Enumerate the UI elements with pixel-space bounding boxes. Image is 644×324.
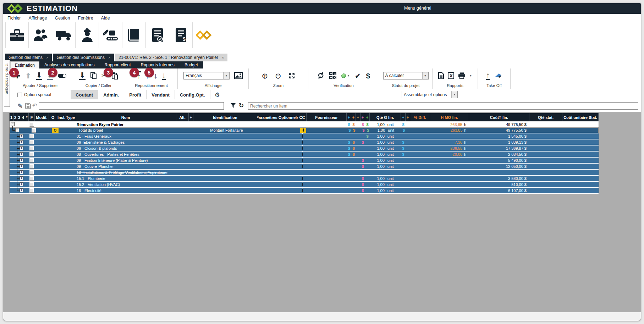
column-header-type[interactable]: Type	[66, 113, 75, 121]
row-checkbox[interactable]	[29, 158, 34, 163]
zoom-in-icon[interactable]: ⊕	[262, 72, 268, 79]
dollar-verify-icon[interactable]: $	[366, 72, 370, 79]
tab-analyses-des-compilations[interactable]: Analyses des compilations	[39, 62, 99, 67]
column-header--diff-[interactable]: % Diff.	[410, 113, 430, 121]
report-document-icon[interactable]	[438, 72, 444, 79]
column-header--[interactable]: +	[189, 113, 193, 121]
column-header-fournisseur[interactable]: Fournisseur	[307, 113, 347, 121]
tab-project-renovation[interactable]: 21-001V1: Rév. 2 - Scé. 1 : Rénovation B…	[115, 54, 227, 61]
grid-row-1[interactable]: OTotal du projetMontant Forfaitaire⬇+$$$…	[10, 127, 599, 133]
column-header--[interactable]: +	[351, 113, 356, 121]
undo-icon[interactable]: ↶	[32, 102, 37, 109]
tab-estimation[interactable]: Estimation	[10, 61, 39, 68]
toggle-switch-icon[interactable]	[58, 74, 66, 78]
takeoff-app-icon[interactable]	[494, 73, 502, 78]
cc-arrow-icon[interactable]: ⬇+	[299, 145, 306, 151]
document-dollar-icon[interactable]: $	[169, 22, 193, 48]
collapse-expander[interactable]: −	[11, 122, 15, 126]
tab-rapports-internes[interactable]: Rapports Internes	[136, 62, 179, 67]
calculator-grid-icon[interactable]	[329, 72, 336, 79]
grid-row-5[interactable]: 08 - Ouvertures - Portes et Fenêtres⬇+$$…	[10, 152, 599, 158]
tab-coutant[interactable]: Coutant	[71, 90, 98, 99]
column-header-2[interactable]: 2	[13, 113, 17, 121]
column-header-co-tt-fin-[interactable]: CoûtT fin.	[469, 113, 529, 121]
expand-expander[interactable]: +	[20, 152, 23, 156]
grid-row-7[interactable]: 09 - Couvre-Plancher⬇+$1,00unit12 050,00…	[10, 164, 599, 170]
expand-expander[interactable]: +	[20, 170, 23, 174]
column-header-1[interactable]: 1	[10, 113, 13, 121]
gold-logo-icon[interactable]	[193, 22, 216, 48]
gear-icon[interactable]: ⚙	[210, 90, 224, 99]
cc-arrow-icon[interactable]: ⬇+	[299, 158, 306, 163]
column-header--[interactable]: *	[25, 113, 29, 121]
grid-row-3[interactable]: 06 -Ébénisterie & Cadrages⬇+$$$1,00unit$…	[10, 139, 599, 145]
cc-arrow-icon[interactable]: ⬇+	[299, 188, 306, 193]
close-icon[interactable]: ×	[108, 55, 110, 60]
column-header-f[interactable]: F	[29, 113, 35, 121]
row-checkbox[interactable]	[32, 128, 36, 133]
column-header--[interactable]: +	[406, 113, 410, 121]
row-checkbox[interactable]	[29, 176, 34, 181]
excavator-icon[interactable]	[99, 22, 122, 48]
recalculate-icon[interactable]	[317, 72, 324, 79]
cc-arrow-highlighted-icon[interactable]: ⬇+	[300, 128, 306, 133]
column-header-qt-g-fin-[interactable]: Qté G fin.	[370, 113, 401, 121]
column-header-nom[interactable]: Nom	[75, 113, 176, 121]
expand-expander[interactable]: +	[20, 146, 23, 150]
expand-expander[interactable]: +	[20, 188, 23, 192]
tab-config-opt[interactable]: Config.Opt.	[175, 90, 210, 99]
column-header--[interactable]: +	[360, 113, 365, 121]
column-header-modif-[interactable]: Modif.	[35, 113, 49, 121]
tab-rapport-client[interactable]: Rapport client	[99, 62, 136, 67]
grid-row-6[interactable]: 09 - Finition Intérieure (Plâtre & Peint…	[10, 158, 599, 164]
grid-row-10[interactable]: 15.2 - Ventilation (HVAC)⬇+$1,00unit510,…	[10, 182, 599, 188]
row-checkbox[interactable]	[29, 170, 34, 175]
save-icon[interactable]	[25, 103, 31, 109]
catalog-book-icon[interactable]	[122, 22, 146, 48]
menu-affichage[interactable]: Affichage	[29, 16, 47, 21]
row-checkbox[interactable]	[29, 122, 34, 127]
search-input[interactable]	[248, 102, 638, 110]
menu-fenetre[interactable]: Fenêtre	[78, 16, 93, 21]
row-checkbox[interactable]	[29, 140, 34, 144]
cc-arrow-icon[interactable]: ⬇+	[299, 152, 306, 157]
move-down-icon[interactable]: ↓	[154, 72, 158, 79]
close-icon[interactable]: ×	[46, 55, 48, 60]
cc-arrow-icon[interactable]: ⬇+	[299, 133, 306, 139]
row-checkbox[interactable]	[29, 188, 34, 193]
option-special-checkbox[interactable]: Option special	[17, 92, 51, 97]
expand-expander[interactable]: +	[20, 176, 23, 180]
row-checkbox[interactable]	[29, 152, 34, 156]
status-indicator-icon[interactable]	[341, 73, 346, 78]
tab-gestion-des-items[interactable]: Gestion des items ×	[5, 54, 52, 61]
column-header-qt-stat-[interactable]: Qté stat.	[529, 113, 562, 121]
grid-row-4[interactable]: 06 - Cloison & plafonds⬇+$$1,00unit$236,…	[10, 145, 599, 152]
language-select[interactable]: Français ▼	[183, 72, 230, 79]
move-up-remove-icon[interactable]: ⬆	[25, 72, 32, 79]
import-icon[interactable]: ⬇	[79, 71, 86, 80]
move-to-bottom-icon[interactable]: ↓	[162, 71, 166, 80]
expand-expander[interactable]: +	[20, 164, 23, 168]
cc-arrow-icon[interactable]: ⬇+	[299, 182, 306, 187]
cc-arrow-icon[interactable]: ⬇+	[299, 139, 306, 145]
collapse-expander[interactable]: −	[15, 128, 19, 132]
item-edit-input[interactable]	[39, 102, 224, 110]
filter-funnel-icon[interactable]	[230, 103, 236, 108]
chevron-down-icon[interactable]: ▼	[347, 74, 350, 77]
column-header-3[interactable]: 3	[17, 113, 21, 121]
cc-arrow-icon[interactable]: ⬇+	[299, 164, 306, 169]
column-header-co-t-unitaire-stat-[interactable]: Coût unitaire Stat.	[562, 113, 599, 121]
menu-aide[interactable]: Aide	[101, 16, 110, 21]
column-header-identification[interactable]: Identification	[193, 113, 257, 121]
grid-row-8[interactable]: 13- Installations & Préfilage Ventilateu…	[10, 170, 599, 176]
expand-expander[interactable]: +	[20, 134, 23, 138]
column-header--[interactable]: +	[365, 113, 370, 121]
truck-icon[interactable]	[52, 22, 76, 48]
validate-check-icon[interactable]: ✔	[355, 72, 361, 79]
assemblage-options-select[interactable]: Assemblage et options ▼	[402, 91, 458, 98]
tab-budget[interactable]: Budget	[180, 62, 203, 67]
close-icon[interactable]: ×	[222, 55, 224, 60]
sidebar-tab-items-du-catalogue[interactable]: Items du catalogue	[4, 60, 10, 107]
row-checkbox[interactable]	[29, 134, 34, 138]
edit-pencil-icon[interactable]: ✎	[17, 102, 23, 110]
